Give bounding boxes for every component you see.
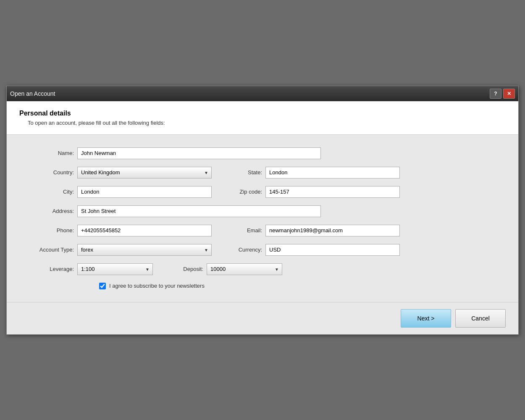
name-group: Name: xyxy=(32,147,493,159)
section-subtitle: To open an account, please fill out all … xyxy=(28,120,506,126)
phone-input[interactable] xyxy=(77,225,212,236)
name-row: Name: xyxy=(32,147,493,159)
section-title: Personal details xyxy=(19,110,506,117)
address-input[interactable] xyxy=(77,205,321,217)
newsletter-label: I agree to subscribe to your newsletters xyxy=(109,283,205,289)
address-group: Address: xyxy=(32,205,493,217)
deposit-label: Deposit: xyxy=(170,266,203,272)
form-section: Name: Country: United Kingdom United Sta… xyxy=(7,135,518,302)
account-type-group: Account Type: forex stocks crypto xyxy=(32,244,212,256)
leverage-label: Leverage: xyxy=(32,266,74,272)
account-type-label: Account Type: xyxy=(32,247,74,253)
currency-group: Currency: xyxy=(228,244,400,256)
name-label: Name: xyxy=(32,150,74,156)
zipcode-input[interactable] xyxy=(265,186,400,198)
close-button[interactable]: ✕ xyxy=(503,89,515,99)
email-input[interactable] xyxy=(265,225,400,236)
newsletter-checkbox[interactable] xyxy=(99,283,106,289)
title-bar-buttons: ? ✕ xyxy=(490,89,515,99)
leverage-select-wrapper: 1:100 1:200 1:500 1:1000 xyxy=(77,263,153,275)
header-section: Personal details To open an account, ple… xyxy=(7,101,518,135)
dialog-body: Personal details To open an account, ple… xyxy=(7,101,518,334)
country-select[interactable]: United Kingdom United States Germany Fra… xyxy=(77,167,212,178)
deposit-group: Deposit: 10000 5000 25000 50000 xyxy=(170,263,282,275)
footer-section: Next > Cancel xyxy=(7,302,518,334)
newsletter-checkbox-row: I agree to subscribe to your newsletters xyxy=(99,283,493,289)
name-input[interactable] xyxy=(77,147,321,159)
currency-input[interactable] xyxy=(265,244,400,256)
leverage-group: Leverage: 1:100 1:200 1:500 1:1000 xyxy=(32,263,153,275)
zipcode-label: Zip code: xyxy=(228,189,262,195)
city-input[interactable] xyxy=(77,186,212,198)
phone-email-row: Phone: Email: xyxy=(32,225,493,236)
phone-group: Phone: xyxy=(32,225,212,236)
leverage-deposit-row: Leverage: 1:100 1:200 1:500 1:1000 Depos… xyxy=(32,263,493,275)
next-button[interactable]: Next > xyxy=(401,309,451,328)
country-label: Country: xyxy=(32,169,74,176)
title-bar: Open an Account ? ✕ xyxy=(7,86,518,101)
city-group: City: xyxy=(32,186,212,198)
email-label: Email: xyxy=(228,227,262,234)
leverage-select[interactable]: 1:100 1:200 1:500 1:1000 xyxy=(77,263,153,275)
city-label: City: xyxy=(32,189,74,195)
open-account-dialog: Open an Account ? ✕ Personal details To … xyxy=(6,86,519,335)
city-zip-row: City: Zip code: xyxy=(32,186,493,198)
zipcode-group: Zip code: xyxy=(228,186,400,198)
cancel-button[interactable]: Cancel xyxy=(455,309,506,328)
deposit-select[interactable]: 10000 5000 25000 50000 xyxy=(207,263,282,275)
address-row: Address: xyxy=(32,205,493,217)
country-state-row: Country: United Kingdom United States Ge… xyxy=(32,167,493,178)
phone-label: Phone: xyxy=(32,227,74,234)
deposit-select-wrapper: 10000 5000 25000 50000 xyxy=(207,263,282,275)
dialog-title: Open an Account xyxy=(10,90,55,97)
account-type-select-wrapper: forex stocks crypto xyxy=(77,244,212,256)
currency-label: Currency: xyxy=(228,247,262,253)
country-group: Country: United Kingdom United States Ge… xyxy=(32,167,212,178)
email-group: Email: xyxy=(228,225,400,236)
help-button[interactable]: ? xyxy=(490,89,501,99)
address-label: Address: xyxy=(32,208,74,214)
account-currency-row: Account Type: forex stocks crypto Curren… xyxy=(32,244,493,256)
state-input[interactable] xyxy=(265,167,400,178)
state-label: State: xyxy=(228,169,262,176)
country-select-wrapper: United Kingdom United States Germany Fra… xyxy=(77,167,212,178)
state-group: State: xyxy=(228,167,400,178)
account-type-select[interactable]: forex stocks crypto xyxy=(77,244,212,256)
